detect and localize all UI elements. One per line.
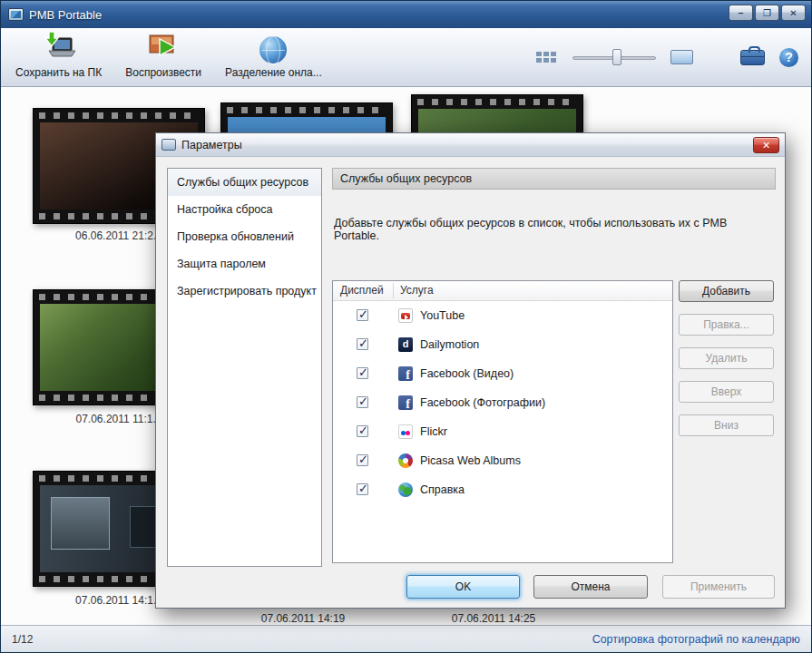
titlebar: PMB Portable – ❐ ✕ — [1, 1, 811, 28]
check-icon: ✓ — [358, 482, 368, 495]
service-row-dailymotion[interactable]: ✓ Dailymotion — [333, 330, 672, 359]
move-up-button[interactable]: Вверх — [679, 381, 774, 403]
service-name: Dailymotion — [420, 338, 479, 351]
pmb-window: PMB Portable – ❐ ✕ Сохранить на ПК — [0, 0, 812, 653]
facebook-video-checkbox[interactable]: ✓ — [357, 367, 368, 379]
minimize-button[interactable]: – — [729, 5, 753, 21]
service-row-facebook-video[interactable]: ✓ Facebook (Видео) — [333, 359, 672, 388]
check-icon: ✓ — [358, 365, 368, 379]
options-dialog: Параметры ✕ Службы общих ресурсов Настро… — [155, 132, 786, 609]
zoom-slider-thumb[interactable] — [612, 49, 621, 65]
facebook-icon — [398, 366, 413, 381]
service-name: Facebook (Фотографии) — [420, 396, 545, 409]
check-icon: ✓ — [358, 336, 368, 350]
dialog-icon — [161, 139, 176, 151]
photo-date-4: 07.06.2011 14:19 — [244, 612, 362, 625]
help-globe-icon — [398, 482, 413, 497]
service-name: Picasa Web Albums — [420, 454, 521, 467]
briefcase-icon[interactable] — [740, 50, 765, 65]
save-to-pc-icon — [43, 31, 75, 63]
move-down-button[interactable]: Вниз — [679, 414, 774, 436]
play-photo-icon — [148, 31, 179, 63]
window-title: PMB Portable — [29, 8, 102, 22]
help-icon: ? — [785, 50, 793, 64]
section-description: Добавьте службы общих ресурсов в список,… — [334, 217, 774, 242]
film-holes — [39, 112, 199, 119]
film-holes — [417, 99, 577, 105]
dialog-title: Параметры — [181, 139, 242, 151]
service-row-picasa[interactable]: ✓ Picasa Web Albums — [333, 446, 672, 475]
single-image-icon[interactable] — [670, 50, 693, 64]
maximize-icon: ❐ — [763, 8, 771, 18]
column-separator — [393, 283, 394, 298]
nav-item-password-protection[interactable]: Защита паролем — [168, 250, 321, 278]
service-row-flickr[interactable]: ✓ Flickr — [333, 417, 672, 446]
photo-counter: 1/12 — [12, 633, 33, 646]
play-button[interactable]: Воспроизвести — [116, 30, 210, 84]
statusbar: 1/12 Сортировка фотографий по календарю — [1, 625, 811, 652]
window-controls: – ❐ ✕ — [729, 1, 806, 21]
column-service: Услуга — [400, 284, 434, 297]
save-to-pc-button[interactable]: Сохранить на ПК — [6, 30, 111, 84]
facebook-photos-checkbox[interactable]: ✓ — [357, 396, 368, 408]
film-holes — [227, 107, 386, 113]
column-display: Дисплей — [340, 284, 384, 297]
view-controls: ? — [536, 48, 798, 67]
section-header: Службы общих ресурсов — [332, 168, 776, 190]
dailymotion-icon — [398, 337, 413, 352]
service-row-facebook-photos[interactable]: ✓ Facebook (Фотографии) — [333, 388, 672, 417]
service-row-help[interactable]: ✓ Справка — [333, 475, 672, 504]
online-sharing-label: Разделение онла... — [225, 66, 322, 79]
check-icon: ✓ — [358, 395, 368, 408]
check-icon: ✓ — [358, 453, 368, 466]
youtube-checkbox[interactable]: ✓ — [357, 309, 368, 321]
check-icon: ✓ — [358, 307, 368, 321]
service-name: Flickr — [420, 425, 447, 438]
services-table: Дисплей Услуга ✓ YouTube ✓ Dailymotion ✓ — [332, 280, 673, 563]
cancel-button[interactable]: Отмена — [533, 575, 648, 599]
service-name: Справка — [420, 483, 465, 496]
dailymotion-checkbox[interactable]: ✓ — [357, 338, 368, 350]
save-to-pc-label: Сохранить на ПК — [15, 66, 102, 79]
service-name: YouTube — [420, 309, 465, 322]
flickr-checkbox[interactable]: ✓ — [357, 425, 368, 437]
services-table-header: Дисплей Услуга — [333, 281, 672, 301]
nav-item-reset-settings[interactable]: Настройка сброса — [168, 196, 321, 223]
app-icon — [8, 8, 24, 21]
photo-date-5: 07.06.2011 14:25 — [435, 612, 553, 625]
delete-button[interactable]: Удалить — [679, 347, 774, 369]
add-button[interactable]: Добавить — [679, 280, 774, 302]
sort-by-calendar-link[interactable]: Сортировка фотографий по календарю — [592, 633, 800, 646]
dialog-titlebar: Параметры ✕ — [156, 133, 785, 157]
toolbar: Сохранить на ПК Воспроизвести Разделение… — [1, 28, 811, 87]
thumbnails-grid-icon[interactable] — [536, 51, 556, 63]
zoom-slider[interactable] — [572, 48, 656, 66]
picasa-icon — [398, 453, 413, 468]
nav-item-sharing-services[interactable]: Службы общих ресурсов — [168, 169, 321, 196]
check-icon: ✓ — [358, 424, 368, 437]
edit-button[interactable]: Правка... — [679, 314, 774, 336]
facebook-icon — [398, 395, 413, 410]
minimize-icon: – — [739, 8, 744, 18]
online-sharing-button[interactable]: Разделение онла... — [216, 30, 331, 84]
close-button[interactable]: ✕ — [781, 5, 806, 21]
dialog-close-button[interactable]: ✕ — [753, 137, 779, 153]
flickr-icon — [398, 424, 413, 439]
help-checkbox[interactable]: ✓ — [357, 483, 368, 495]
ok-button[interactable]: OK — [406, 575, 520, 599]
close-icon: ✕ — [789, 8, 797, 18]
help-button[interactable]: ? — [779, 48, 798, 67]
maximize-button[interactable]: ❐ — [755, 5, 779, 21]
online-globe-icon — [259, 36, 287, 63]
nav-item-register-product[interactable]: Зарегистрировать продукт — [168, 278, 321, 305]
dialog-nav-list: Службы общих ресурсов Настройка сброса П… — [167, 168, 322, 567]
nav-item-check-updates[interactable]: Проверка обновлений — [168, 223, 321, 250]
picasa-checkbox[interactable]: ✓ — [357, 454, 368, 466]
apply-button[interactable]: Применить — [662, 575, 775, 599]
play-label: Воспроизвести — [125, 66, 201, 79]
service-row-youtube[interactable]: ✓ YouTube — [333, 301, 672, 330]
youtube-icon — [398, 308, 413, 323]
services-rows: ✓ YouTube ✓ Dailymotion ✓ Facebook (Виде… — [333, 301, 672, 504]
service-name: Facebook (Видео) — [420, 367, 514, 380]
